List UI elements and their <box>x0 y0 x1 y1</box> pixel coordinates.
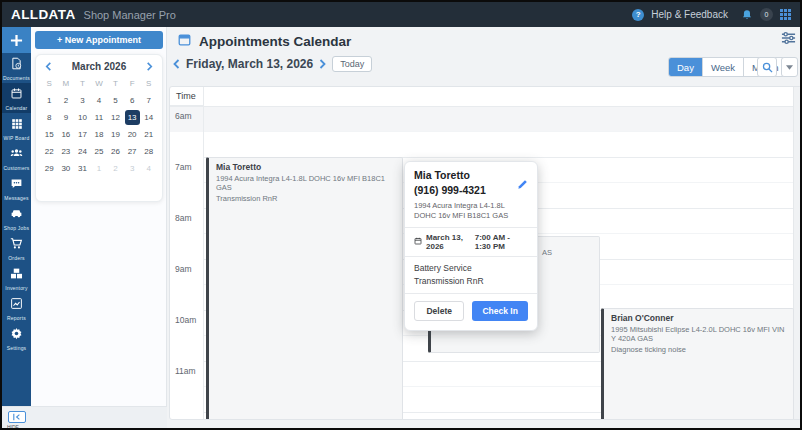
day-cell[interactable]: 6 <box>124 92 141 109</box>
sidebar-item-label: WIP Board <box>4 135 30 141</box>
sidebar-item-messages[interactable]: Messages <box>2 173 31 203</box>
day-cell[interactable]: 12 <box>107 109 124 126</box>
sidebar-item-label: Messages <box>4 195 28 201</box>
hour-label: 6am <box>175 111 192 121</box>
prev-day-icon[interactable] <box>173 59 180 69</box>
appointment-block-mia[interactable]: Mia Toretto 1994 Acura Integra L4-1.8L D… <box>206 157 403 420</box>
day-cell[interactable]: 17 <box>74 126 91 143</box>
view-day-button[interactable]: Day <box>669 58 702 76</box>
day-cell[interactable]: 31 <box>74 160 91 177</box>
sidebar-item-orders[interactable]: Orders <box>2 233 31 263</box>
notification-badge[interactable]: 0 <box>760 8 773 21</box>
weekday: S <box>140 75 157 92</box>
day-cell[interactable]: 10 <box>74 109 91 126</box>
edit-pencil-icon[interactable] <box>517 176 528 194</box>
help-feedback-link[interactable]: Help & Feedback <box>651 9 728 20</box>
weekday: T <box>74 75 91 92</box>
day-cell[interactable]: 26 <box>107 143 124 160</box>
grid-scrollbar[interactable] <box>793 87 801 420</box>
app-window: ALLDATA Shop Manager Pro ? Help & Feedba… <box>0 0 802 430</box>
mini-calendar-prev-icon[interactable] <box>45 62 52 71</box>
quick-add-button[interactable] <box>2 27 31 53</box>
day-cell[interactable]: 19 <box>107 126 124 143</box>
hour-label: 7am <box>175 162 192 172</box>
day-cell-muted[interactable]: 1 <box>91 160 108 177</box>
reports-icon <box>10 296 23 314</box>
apps-grid-icon[interactable] <box>780 9 791 20</box>
popup-service-2: Transmission RnR <box>414 275 528 288</box>
sidebar-item-reports[interactable]: Reports <box>2 293 31 323</box>
sidebar-item-inventory[interactable]: Inventory <box>2 263 31 293</box>
bell-icon[interactable] <box>741 9 753 21</box>
day-cell[interactable]: 25 <box>91 143 108 160</box>
hour-label: 8am <box>175 213 192 223</box>
day-cell[interactable]: 1 <box>41 92 58 109</box>
day-cell[interactable]: 15 <box>41 126 58 143</box>
sidebar-item-wip-board[interactable]: WIP Board <box>2 113 31 143</box>
weekday: T <box>107 75 124 92</box>
sidebar-item-label: Inventory <box>5 285 27 291</box>
customers-icon <box>10 146 23 164</box>
filter-sliders-icon[interactable] <box>781 31 796 49</box>
hide-label: HIDE <box>7 424 19 430</box>
more-dropdown-button[interactable] <box>781 57 798 77</box>
day-cell[interactable]: 30 <box>58 160 75 177</box>
sidebar-item-customers[interactable]: Customers <box>2 143 31 173</box>
day-cell[interactable]: 24 <box>74 143 91 160</box>
delete-button[interactable]: Delete <box>414 301 464 321</box>
sidebar-item-settings[interactable]: Settings <box>2 323 31 353</box>
day-cell[interactable]: 9 <box>58 109 75 126</box>
day-cell[interactable]: 11 <box>91 109 108 126</box>
day-cell-selected[interactable]: 13 <box>125 110 140 125</box>
day-cell-muted[interactable]: 3 <box>124 160 141 177</box>
day-cell[interactable]: 23 <box>58 143 75 160</box>
today-button[interactable]: Today <box>332 56 372 72</box>
day-cell[interactable]: 16 <box>58 126 75 143</box>
sidebar-item-calendar[interactable]: Calendar <box>2 83 31 113</box>
top-bar: ALLDATA Shop Manager Pro ? Help & Feedba… <box>2 2 800 27</box>
day-cell[interactable]: 20 <box>124 126 141 143</box>
day-cell[interactable]: 21 <box>140 126 157 143</box>
search-button[interactable] <box>757 57 777 77</box>
popup-service-1: Battery Service <box>414 262 528 275</box>
hour-label: 9am <box>175 264 192 274</box>
appointment-vehicle: 1995 Mitsubishi Eclipse L4-2.0L DOHC 16v… <box>611 325 786 343</box>
day-cell-muted[interactable]: 4 <box>140 160 157 177</box>
day-cell[interactable]: 4 <box>91 92 108 109</box>
check-in-button[interactable]: Check In <box>472 301 528 321</box>
day-cell[interactable]: 8 <box>41 109 58 126</box>
appointment-block-brian[interactable]: Brian O'Conner 1995 Mitsubishi Eclipse L… <box>601 308 794 420</box>
left-panel: + New Appointment March 2026 SMTWTFS 123… <box>31 27 167 406</box>
view-week-button[interactable]: Week <box>702 58 743 76</box>
day-cell[interactable]: 5 <box>107 92 124 109</box>
help-icon[interactable]: ? <box>632 9 644 21</box>
sidebar-footer: HIDE <box>2 406 167 430</box>
day-cell-muted[interactable]: 2 <box>107 160 124 177</box>
day-cell[interactable]: 29 <box>41 160 58 177</box>
messages-icon <box>10 176 23 194</box>
inventory-icon <box>10 266 23 284</box>
alldata-logo: ALLDATA <box>11 7 76 22</box>
day-cell[interactable]: 14 <box>140 109 157 126</box>
day-cell[interactable]: 2 <box>58 92 75 109</box>
collapse-sidebar-button[interactable] <box>8 411 26 423</box>
day-cell[interactable]: 27 <box>124 143 141 160</box>
weekday: S <box>41 75 58 92</box>
sidebar-item-documents[interactable]: Documents <box>2 53 31 83</box>
day-cell[interactable]: 3 <box>74 92 91 109</box>
mini-calendar-title: March 2026 <box>72 61 126 72</box>
next-day-icon[interactable] <box>319 59 326 69</box>
mini-calendar: March 2026 SMTWTFS 1234567 891011121314 … <box>35 54 163 202</box>
product-name: Shop Manager Pro <box>84 9 176 21</box>
popup-customer-name: Mia Toretto <box>414 169 528 181</box>
day-cell[interactable]: 18 <box>91 126 108 143</box>
mini-calendar-next-icon[interactable] <box>146 62 153 71</box>
weekday: M <box>58 75 75 92</box>
sidebar-item-shop-jobs[interactable]: Shop Jobs <box>2 203 31 233</box>
calendar-icon <box>10 86 23 104</box>
day-cell[interactable]: 22 <box>41 143 58 160</box>
popup-vehicle: 1994 Acura Integra L4-1.8L DOHC 16v MFI … <box>414 201 528 227</box>
day-cell[interactable]: 7 <box>140 92 157 109</box>
day-cell[interactable]: 28 <box>140 143 157 160</box>
new-appointment-button[interactable]: + New Appointment <box>35 31 163 49</box>
